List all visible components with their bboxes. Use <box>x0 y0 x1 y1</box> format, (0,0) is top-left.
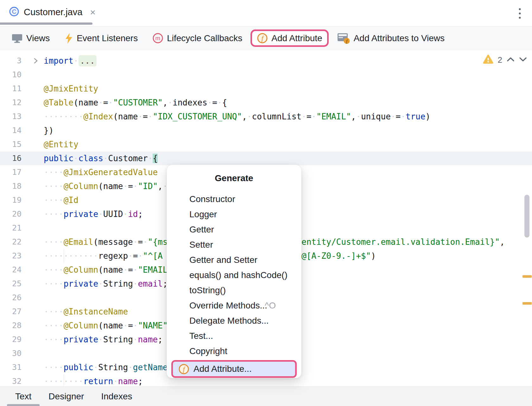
code-text: ····@Id <box>44 193 79 207</box>
code-line-16[interactable]: 16public·class·Customer·{ <box>0 151 532 165</box>
line-number[interactable]: 23 <box>0 249 22 263</box>
code-text: ········@Index(name·=·"IDX_CUSTOMER_UNQ"… <box>44 110 430 124</box>
tab-title: Customer.java <box>24 7 82 17</box>
bottom-tab-label: Designer <box>48 391 84 402</box>
code-text: ····@InstanceName <box>44 305 128 319</box>
monitor-icon <box>11 33 23 43</box>
toolbar-button-views[interactable]: Views <box>11 33 50 43</box>
line-number[interactable]: 19 <box>0 193 22 207</box>
code-text: ····@Column(name·=·"NAME" <box>44 319 168 333</box>
line-number[interactable]: 14 <box>0 124 22 137</box>
line-number[interactable]: 16 <box>0 151 22 165</box>
ide-window: C Customer.java × ViewsEvent ListenersmL… <box>0 0 532 406</box>
code-text: ····@Column(name·=·"EMAIL <box>44 263 168 277</box>
chevron-down-icon[interactable] <box>519 57 527 63</box>
line-number[interactable]: 11 <box>0 82 22 96</box>
menu-item-label: Constructor <box>189 194 235 204</box>
active-tab-indicator <box>0 22 92 25</box>
line-number[interactable]: 30 <box>0 346 22 360</box>
menu-item-tostring[interactable]: toString() <box>167 283 301 298</box>
code-text: ········return·name; <box>44 374 143 386</box>
toolbar-button-add-attributes-to-views[interactable]: fAdd Attributes to Views <box>337 32 445 44</box>
line-number[interactable]: 22 <box>0 235 22 249</box>
menu-item-label: Test... <box>189 331 213 341</box>
code-line-14[interactable]: 14}) <box>0 124 532 137</box>
line-number[interactable]: 10 <box>0 68 22 82</box>
line-number[interactable]: 29 <box>0 333 22 346</box>
editor-tab-customer-java[interactable]: C Customer.java × <box>9 0 96 24</box>
code-line-10[interactable]: 10 <box>0 68 532 82</box>
code-text: @JmixEntity <box>44 82 98 96</box>
popup-title: Generate <box>167 165 301 183</box>
menu-item-logger[interactable]: Logger <box>167 207 301 222</box>
line-number[interactable]: 13 <box>0 110 22 124</box>
menu-item-delegate-methods[interactable]: Delegate Methods... <box>167 313 301 328</box>
code-text: ····public·String·getName <box>44 360 168 374</box>
code-line-12[interactable]: 12@Table(name·=·"CUSTOMER",·indexes·=·{ <box>0 96 532 110</box>
line-number[interactable]: 28 <box>0 319 22 333</box>
menu-item-test[interactable]: Test... <box>167 328 301 344</box>
line-number[interactable]: 32 <box>0 374 22 386</box>
menu-item-label: Add Attribute... <box>193 364 252 374</box>
toolbar-button-add-attribute[interactable]: fAdd Attribute <box>250 29 328 47</box>
editor-mode-tabs: TextDesignerIndexes <box>0 386 532 406</box>
toolbar-button-label: Add Attribute <box>271 33 322 43</box>
line-number[interactable]: 12 <box>0 96 22 110</box>
bottom-tab-designer[interactable]: Designer <box>48 387 84 406</box>
code-text: ····@JmixGeneratedValue <box>44 165 158 179</box>
fold-chevron-icon[interactable] <box>33 57 39 66</box>
menu-item-getter[interactable]: Getter <box>167 222 301 237</box>
line-number[interactable]: 3 <box>0 54 22 68</box>
menu-item-setter[interactable]: Setter <box>167 237 301 252</box>
warning-count: 2 <box>498 55 502 65</box>
more-options-kebab-icon[interactable] <box>518 8 521 21</box>
menu-item-constructor[interactable]: Constructor <box>167 192 301 207</box>
inspections-widget: 2 <box>483 54 527 65</box>
menu-item-label: Setter <box>189 240 213 250</box>
menu-item-getter-and-setter[interactable]: Getter and Setter <box>167 252 301 268</box>
close-icon[interactable]: × <box>90 7 96 18</box>
bottom-tab-label: Text <box>15 391 31 402</box>
menu-item-override-methods[interactable]: Override Methods...^O <box>167 298 301 313</box>
menu-item-add-attribute[interactable]: fAdd Attribute... <box>171 360 297 378</box>
toolbar-button-lifecycle-callbacks[interactable]: mLifecycle Callbacks <box>152 33 242 44</box>
line-number[interactable]: 24 <box>0 263 22 277</box>
scrollbar-thumb[interactable] <box>524 195 529 238</box>
line-number[interactable]: 26 <box>0 291 22 305</box>
menu-item-label: toString() <box>189 285 226 295</box>
line-number[interactable]: 27 <box>0 305 22 319</box>
code-text: ····private·UUID·id; <box>44 207 143 221</box>
line-number[interactable]: 17 <box>0 165 22 179</box>
line-number[interactable]: 21 <box>0 221 22 235</box>
warning-icon[interactable] <box>483 54 493 65</box>
warning-stripe-mark[interactable] <box>522 302 532 305</box>
menu-item-copyright[interactable]: Copyright <box>167 344 301 359</box>
code-line-3[interactable]: 3import·... <box>0 54 532 68</box>
code-text: ····private·String·email; <box>44 277 168 291</box>
menu-item-equals-and-hashcode[interactable]: equals() and hashCode() <box>167 268 301 283</box>
line-number[interactable]: 25 <box>0 277 22 291</box>
warning-stripe-mark[interactable] <box>522 275 532 278</box>
line-number[interactable]: 31 <box>0 360 22 374</box>
menu-item-label: Logger <box>189 209 217 219</box>
code-line-11[interactable]: 11@JmixEntity <box>0 82 532 96</box>
code-line-15[interactable]: 15@Entity <box>0 137 532 151</box>
code-text: public·class·Customer·{ <box>44 151 158 165</box>
jmix-entity-toolbar: ViewsEvent ListenersmLifecycle Callbacks… <box>0 27 532 50</box>
m-circle-icon: m <box>152 33 163 44</box>
code-text: import·... <box>44 54 97 68</box>
line-number[interactable]: 18 <box>0 179 22 193</box>
code-line-13[interactable]: 13········@Index(name·=·"IDX_CUSTOMER_UN… <box>0 110 532 124</box>
indent-guide <box>64 249 64 263</box>
bottom-tab-indexes[interactable]: Indexes <box>101 387 132 406</box>
line-number[interactable]: 20 <box>0 207 22 221</box>
toolbar-button-label: Event Listeners <box>77 33 138 43</box>
line-number[interactable]: 15 <box>0 137 22 151</box>
toolbar-button-event-listeners[interactable]: Event Listeners <box>64 33 138 44</box>
lightning-icon <box>64 33 73 44</box>
chevron-up-icon[interactable] <box>507 57 515 63</box>
code-text: ····private·String·name; <box>44 333 163 346</box>
bottom-tab-text[interactable]: Text <box>15 387 31 406</box>
toolbar-button-label: Lifecycle Callbacks <box>167 33 242 43</box>
bottom-tab-label: Indexes <box>101 391 132 402</box>
